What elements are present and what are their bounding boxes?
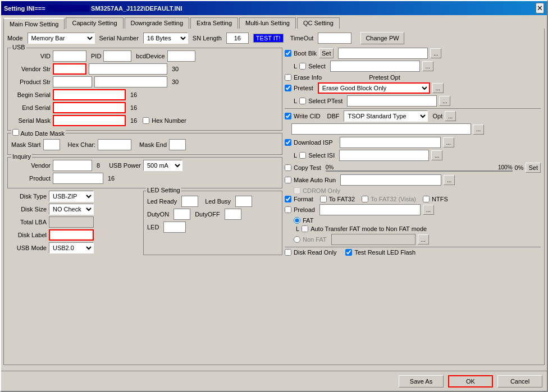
hex-number-checkbox[interactable] [143,117,149,124]
disk-read-only-checkbox[interactable] [285,249,291,256]
hex-char-input[interactable] [98,139,131,150]
boot-select-checkbox[interactable] [299,63,306,70]
serial-bytes-select[interactable]: 16 Bytes [143,33,188,44]
cdrom-only-checkbox[interactable] [294,187,300,194]
tab-extra[interactable]: Extra Setting [190,17,238,29]
inquiry-product-input[interactable]: Flash Disk [53,173,103,184]
tab-downgrade[interactable]: Downgrade Setting [125,17,190,29]
preload-checkbox[interactable] [285,206,291,213]
usb-power-select[interactable]: 500 mA [143,160,182,171]
disk-type-select[interactable]: USB-ZIP [49,191,94,202]
select-isi-dots-btn[interactable]: ... [431,150,442,160]
save-as-button[interactable]: Save As [399,375,444,388]
begin-serial-input[interactable]: AA000000000000 [53,89,126,100]
led-ready-input[interactable]: 3 [181,196,198,207]
pid-label: PID [91,53,101,59]
make-auto-run-input[interactable] [340,174,441,186]
to-fat32-vista-checkbox[interactable] [362,196,368,202]
make-auto-run-checkbox[interactable] [285,177,291,183]
boot-blk-checkbox[interactable] [285,50,291,57]
write-cid-checkbox[interactable] [285,113,291,119]
boot-select-dots-btn[interactable]: ... [422,61,433,71]
pid-input[interactable]: 1000 [103,50,131,62]
serial-mask-input[interactable]: AA########## [53,115,126,126]
cancel-button[interactable]: Cancel [497,375,542,388]
led-value-input[interactable]: C0 [163,222,186,233]
usb-mode-select[interactable]: USB2.0 [49,242,94,253]
copy-test-row: Copy Test 0% 100% 0% Set [285,163,541,173]
select-isi-input[interactable] [339,150,429,161]
end-serial-input[interactable]: AA999999999999 [53,102,126,113]
tab-multi-lun[interactable]: Multi-lun Setting [239,17,296,29]
total-lba-label: Total LBA [7,219,47,225]
bcd-input[interactable]: 1100 [167,50,195,62]
mask-start-input[interactable]: 3 [43,139,60,150]
write-cid-input[interactable] [291,123,471,135]
select-ptest-checkbox[interactable] [299,98,306,104]
fat-radio[interactable] [294,217,300,224]
disk-section: Disk Type USB-ZIP Disk Size NO Check [7,191,139,255]
tab-qc[interactable]: QC Setting [297,17,340,29]
duty-on-input[interactable]: 0 [173,209,190,220]
mode-select[interactable]: Memory Bar [28,33,95,44]
close-button[interactable]: ✕ [536,3,544,13]
auto-date-title: Auto Date Mask [11,129,66,137]
download-isp-input[interactable] [340,137,441,148]
change-pw-button[interactable]: Change PW [360,32,404,44]
boot-select-input[interactable] [330,61,420,72]
select-ptest-dots-btn[interactable]: ... [439,96,450,106]
vendor-str-extra[interactable] [89,63,167,75]
disk-type-label: Disk Type [7,193,47,200]
non-fat-radio[interactable] [294,236,300,243]
to-fat32-checkbox[interactable] [320,196,327,202]
boot-blk-dots-btn[interactable]: ... [430,48,441,58]
make-auto-run-dots-btn[interactable]: ... [444,175,455,185]
write-cid-input-row: ... [291,123,541,135]
disk-label-input[interactable]: USB DISK [49,229,94,241]
ok-button[interactable]: OK [448,375,493,388]
vendor-str-len: 30 [172,66,179,72]
preload-input[interactable] [319,204,421,215]
inquiry-vendor-input[interactable]: USB [53,160,92,171]
download-isp-checkbox[interactable] [285,139,291,146]
set-copy-button[interactable]: Set [526,163,541,173]
tab-capacity[interactable]: Capacity Setting [66,17,123,29]
pretest-checkbox[interactable] [285,85,291,91]
vid-row: VID 090C PID 1000 bcdDevice 1100 [11,50,278,62]
duty-off-input[interactable]: 0 [225,209,241,220]
vid-input[interactable]: 090C [53,50,86,62]
vendor-str-input[interactable]: USB [53,63,86,75]
pretest-dots-btn[interactable]: ... [432,83,444,93]
boot-blk-input[interactable] [338,48,428,59]
non-fat-dots-btn[interactable]: ... [418,234,429,245]
test-result-led-checkbox[interactable] [345,249,352,256]
download-isp-dots-btn[interactable]: ... [443,137,454,147]
usb-mode-row: USB Mode USB2.0 [7,242,139,253]
ntfs-checkbox[interactable] [423,196,430,202]
select-isi-checkbox[interactable] [299,152,306,159]
timeout-input[interactable]: 10000 [318,33,351,44]
vendor-str-row: Vendor Str USB 30 [11,63,278,75]
led-ready-label: Led Ready [147,198,177,205]
dbf-select[interactable]: TSOP Standard Type [344,110,428,122]
tab-main-flow[interactable]: Main Flow Setting [3,18,65,29]
copy-test-checkbox[interactable] [285,164,291,171]
product-str-input[interactable]: Flash Disk [53,76,92,87]
auto-date-checkbox[interactable] [12,129,19,136]
erase-good-block-select[interactable]: Erase Good Block Only [318,82,430,94]
disk-size-select[interactable]: NO Check [49,204,94,215]
non-fat-input[interactable] [331,234,415,245]
set-button[interactable]: Set [319,48,334,58]
preload-dots-btn[interactable]: ... [423,205,434,215]
vid-label: VID [11,53,51,59]
mask-end-input[interactable]: 10 [169,139,186,150]
product-str-extra[interactable] [94,76,167,87]
select-ptest-input[interactable] [347,95,437,107]
auto-transfer-checkbox[interactable] [302,225,308,232]
erase-info-checkbox[interactable] [285,74,291,81]
led-busy-input[interactable]: 48 [235,196,252,207]
total-lba-input[interactable]: 0 [49,216,94,228]
format-checkbox[interactable] [285,196,291,202]
write-cid-dots-btn[interactable]: ... [445,111,456,121]
write-cid-input-dots-btn[interactable]: ... [473,124,484,135]
